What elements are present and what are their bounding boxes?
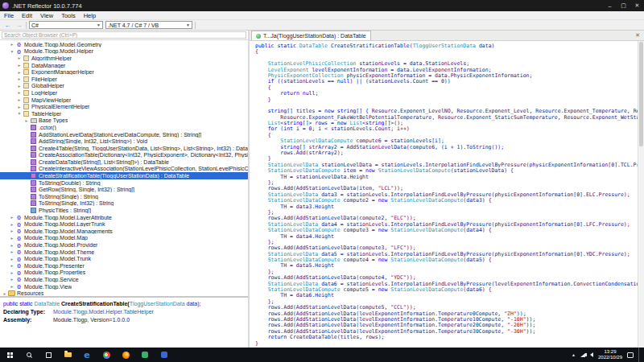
vertical-scrollbar[interactable] [638, 41, 644, 348]
tree-item[interactable]: PhysicTitles : String[] [0, 207, 248, 214]
tree-item[interactable]: ▸Base Types [0, 117, 248, 125]
expand-arrow-icon[interactable]: ▸ [9, 263, 15, 268]
code-token: DataTable [35, 301, 60, 306]
search-input[interactable] [2, 31, 246, 39]
expand-arrow-icon[interactable]: ▸ [9, 236, 15, 241]
declaring-type-value[interactable]: Module.Tlogp.Model.Helper.TableHelper [53, 309, 154, 315]
tree-item[interactable]: ToString(Single, Int32) : String [0, 200, 248, 208]
tree-item[interactable]: ▸Module.Tlogp.Model.Geometry [0, 41, 248, 48]
tree-item[interactable]: ▸Module.Tlogp.Model.Trunk [0, 255, 248, 262]
tree-item[interactable]: ▾TableHelper [0, 110, 248, 117]
search-button[interactable] [19, 348, 39, 362]
expand-arrow-icon[interactable]: ▸ [9, 257, 15, 261]
tree-item[interactable]: ▸Module.Tlogp.Model.LayerTrunk [0, 220, 248, 228]
tree-item[interactable]: AddString(Single, Int32, List<String>) :… [0, 138, 248, 145]
tree-item[interactable]: ▸AlgorithmHelper [0, 55, 248, 62]
code-tab[interactable]: T...Ja(TloggUserStationData) : DataTable [251, 31, 371, 40]
expand-arrow-icon[interactable]: ▸ [9, 222, 15, 227]
tree-item[interactable]: ▸Module.Tlogp.View [0, 283, 248, 290]
tree-item[interactable]: ▸Module.Tlogp.Service [0, 276, 248, 283]
menu-tools[interactable]: Tools [57, 12, 80, 19]
expand-arrow-icon[interactable]: ▸ [23, 118, 30, 123]
tree-item[interactable]: ▸Module.Tlogp.Model.Provider [0, 241, 248, 249]
expand-arrow-icon[interactable]: ▸ [16, 105, 23, 109]
tree-item[interactable]: AddStationLevelData(StationLevelDataComp… [0, 131, 248, 138]
back-button[interactable]: ← [3, 21, 12, 29]
task-view-button[interactable] [39, 348, 58, 362]
expand-arrow-icon[interactable]: ▸ [9, 228, 15, 233]
collapse-arrow-icon[interactable]: ▾ [16, 111, 23, 116]
tree-item[interactable]: ▸DataManager [0, 62, 248, 69]
edge-button[interactable] [77, 348, 97, 362]
tree-item[interactable]: ▸Module.Tlogp.Model.Theme [0, 249, 248, 256]
expand-arrow-icon[interactable]: ▸ [16, 84, 23, 88]
show-desktop-button[interactable] [638, 348, 642, 362]
tree-item[interactable]: ▸MapViewHelper [0, 97, 248, 104]
tree-item[interactable]: ▸GlobalHelper [0, 83, 248, 90]
expand-arrow-icon[interactable]: ▸ [16, 56, 23, 60]
tree-item[interactable]: ▾Module.Tlogp.Model.Helper [0, 48, 248, 56]
expand-arrow-icon[interactable]: ▸ [9, 42, 15, 47]
code-view[interactable]: public static DataTable CreateStratifica… [250, 41, 638, 348]
tree-item[interactable]: ▸Module.Tlogp.Presenter [0, 262, 248, 269]
tree-item[interactable]: ToString(Double) : String [0, 179, 248, 187]
tree-item[interactable]: ▸Module.Tlogp.Model.LayerAttribute [0, 214, 248, 221]
framework-select[interactable]: .NET 4.7 / C# 7 / VB ▼ [105, 21, 192, 29]
tree-item[interactable]: CreateInteractiveViewAssociation(Station… [0, 166, 248, 173]
file-explorer-button[interactable] [58, 348, 77, 362]
expand-arrow-icon[interactable]: ▸ [9, 243, 15, 248]
tree-item[interactable]: ▸FileHelper [0, 76, 248, 83]
chrome-button[interactable] [97, 348, 116, 362]
tree-item[interactable]: CreateAssociationTable(Dictionary<Int32,… [0, 152, 248, 159]
tree-item[interactable]: ▸Resources [0, 290, 248, 296]
expand-arrow-icon[interactable]: ▸ [16, 70, 23, 75]
start-button[interactable] [0, 348, 19, 362]
tree-item[interactable]: GetRow(String, Single, Int32) : String[] [0, 186, 248, 193]
minimize-button[interactable]: – [603, 0, 617, 11]
expand-arrow-icon[interactable]: ▸ [9, 215, 15, 220]
tree-item[interactable]: ▸Module.Tlogp.Properties [0, 269, 248, 277]
tree-item[interactable]: Create4Table(String, TloggUserStationDat… [0, 145, 248, 152]
expand-arrow-icon[interactable]: ▸ [16, 97, 23, 102]
tree-item[interactable]: ▸Module.Tlogp.Model.Managements [0, 228, 248, 235]
language-select[interactable]: C# ▼ [29, 21, 103, 29]
menu-view[interactable]: View [36, 12, 57, 19]
tree-item-label: Module.Tlogp.Model.Trunk [24, 256, 91, 261]
tree-item[interactable]: ToString(Single) : String [0, 193, 248, 200]
blue-app-button[interactable] [155, 348, 174, 362]
close-button[interactable]: ✕ [630, 0, 644, 11]
tree-item[interactable]: ▸Module.Tlogp.Model.Map [0, 235, 248, 242]
green-app-button[interactable] [135, 348, 155, 362]
expand-arrow-icon[interactable]: ▸ [9, 284, 15, 289]
assembly-value[interactable]: Module.Tlogp, Version=1.0.0.0 [53, 317, 130, 323]
volume-icon[interactable] [590, 352, 593, 357]
tree-item[interactable]: ▸ExponentManagerHelper [0, 68, 248, 76]
title-bar[interactable]: .NET Reflector 10.0.7.774 – ▢ ✕ [0, 0, 644, 11]
tree-item[interactable]: CreateDataTable(String[], List<String[]>… [0, 158, 248, 166]
action-center-icon[interactable] [627, 352, 634, 358]
tray-up-arrow-icon[interactable] [572, 352, 576, 357]
expand-arrow-icon[interactable]: ▸ [9, 249, 15, 254]
forward-button[interactable]: → [14, 21, 23, 29]
code-token: (data6) { [463, 286, 491, 293]
expand-arrow-icon[interactable]: ▸ [16, 90, 23, 95]
firefox-button[interactable] [116, 348, 135, 362]
tree-item[interactable]: CreateStratificationTable(TloggUserStati… [0, 172, 248, 179]
menu-edit[interactable]: Edit [18, 12, 36, 19]
scrollbar-thumb[interactable] [639, 42, 643, 146]
tree-item[interactable]: ▸PhysicalElementHelper [0, 103, 248, 110]
close-pane-icon[interactable]: ✕ [635, 32, 644, 40]
taskbar-clock[interactable]: 13:29 2022/10/29 [598, 349, 622, 360]
tree-item[interactable]: ▸LogHelper [0, 89, 248, 97]
menu-help[interactable]: Help [80, 12, 100, 19]
expand-arrow-icon[interactable]: ▸ [16, 63, 23, 68]
maximize-button[interactable]: ▢ [617, 0, 630, 11]
expand-arrow-icon[interactable]: ▸ [9, 277, 15, 282]
tree-item[interactable]: .cctor() [0, 124, 248, 131]
code-token: TloggUserStationData [413, 43, 476, 49]
expand-arrow-icon[interactable]: ▸ [2, 291, 8, 296]
collapse-arrow-icon[interactable]: ▾ [9, 49, 15, 54]
menu-file[interactable]: File [0, 12, 18, 19]
expand-arrow-icon[interactable]: ▸ [9, 270, 15, 275]
expand-arrow-icon[interactable]: ▸ [16, 76, 23, 81]
